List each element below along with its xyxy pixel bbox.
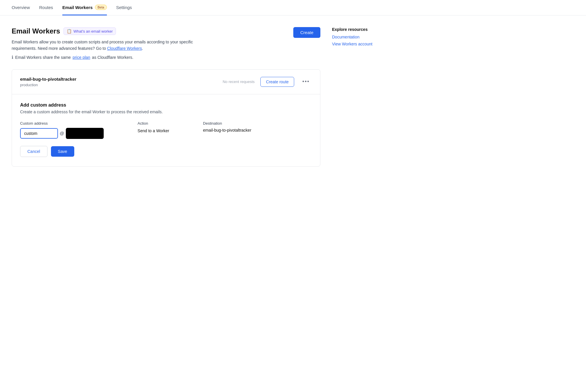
section-title: Add custom address bbox=[20, 103, 312, 108]
cancel-button[interactable]: Cancel bbox=[20, 146, 47, 157]
book-icon: 📋 bbox=[67, 29, 72, 33]
worker-header: email-bug-to-pivotaltracker production N… bbox=[12, 70, 320, 94]
price-plan-link[interactable]: price plan bbox=[73, 55, 90, 60]
address-input-row: @ bbox=[20, 128, 130, 139]
form-actions: Cancel Save bbox=[20, 146, 312, 157]
sidebar: Explore resources Documentation View Wor… bbox=[332, 27, 396, 167]
main-content: Email Workers 📋 What's an email worker E… bbox=[0, 15, 408, 178]
what-is-email-worker-link[interactable]: 📋 What's an email worker bbox=[63, 27, 116, 35]
tab-routes[interactable]: Routes bbox=[39, 0, 53, 15]
info-text2: as Cloudflare Workers. bbox=[92, 55, 133, 60]
action-value: Send to a Worker bbox=[137, 128, 196, 134]
info-icon: ℹ bbox=[12, 55, 13, 60]
custom-address-input[interactable] bbox=[20, 128, 58, 139]
custom-address-section: Add custom address Create a custom addre… bbox=[12, 94, 320, 166]
action-group: Action Send to a Worker bbox=[137, 121, 196, 134]
sidebar-title: Explore resources bbox=[332, 27, 396, 32]
custom-address-group: Custom address @ bbox=[20, 121, 130, 139]
worker-actions: No recent requests Create route ••• bbox=[223, 77, 312, 87]
content-area: Email Workers 📋 What's an email worker E… bbox=[12, 27, 320, 167]
worker-name: email-bug-to-pivotaltracker bbox=[20, 77, 223, 82]
tab-settings[interactable]: Settings bbox=[116, 0, 132, 15]
action-label: Action bbox=[137, 121, 196, 126]
domain-box bbox=[66, 128, 104, 139]
destination-label: Destination bbox=[203, 121, 278, 126]
tab-bar: Overview Routes Email Workers Beta Setti… bbox=[0, 0, 586, 15]
custom-address-label: Custom address bbox=[20, 121, 130, 126]
header-left: Email Workers 📋 What's an email worker E… bbox=[12, 27, 210, 60]
page-header: Email Workers 📋 What's an email worker E… bbox=[12, 27, 320, 60]
view-workers-account-link[interactable]: View Workers account bbox=[332, 42, 396, 46]
what-is-link-label: What's an email worker bbox=[73, 29, 113, 33]
at-symbol: @ bbox=[60, 131, 64, 136]
create-route-button[interactable]: Create route bbox=[260, 77, 294, 87]
tab-overview[interactable]: Overview bbox=[12, 0, 30, 15]
destination-value: email-bug-to-pivotaltracker bbox=[203, 128, 278, 133]
cloudflare-workers-link[interactable]: Cloudflare Workers bbox=[107, 46, 142, 51]
more-options-button[interactable]: ••• bbox=[300, 77, 312, 86]
save-button[interactable]: Save bbox=[51, 146, 74, 157]
worker-info: email-bug-to-pivotaltracker production bbox=[20, 77, 223, 87]
tab-email-workers[interactable]: Email Workers Beta bbox=[62, 0, 107, 15]
tab-email-workers-label: Email Workers bbox=[62, 5, 93, 10]
documentation-link[interactable]: Documentation bbox=[332, 35, 396, 39]
beta-badge: Beta bbox=[95, 5, 107, 10]
no-requests-label: No recent requests bbox=[223, 80, 255, 84]
title-row: Email Workers 📋 What's an email worker bbox=[12, 27, 210, 35]
description-text: Email Workers allow you to create custom… bbox=[12, 39, 210, 52]
section-description: Create a custom addresss for the email W… bbox=[20, 110, 312, 114]
info-row: ℹ Email Workers share the same price pla… bbox=[12, 55, 210, 60]
create-button[interactable]: Create bbox=[293, 27, 320, 38]
info-text: Email Workers share the same bbox=[15, 55, 71, 60]
worker-environment: production bbox=[20, 83, 223, 87]
destination-group: Destination email-bug-to-pivotaltracker bbox=[203, 121, 278, 133]
page-title: Email Workers bbox=[12, 27, 60, 35]
form-grid: Custom address @ Action Send to a Worker bbox=[20, 121, 312, 139]
worker-card: email-bug-to-pivotaltracker production N… bbox=[12, 69, 320, 167]
